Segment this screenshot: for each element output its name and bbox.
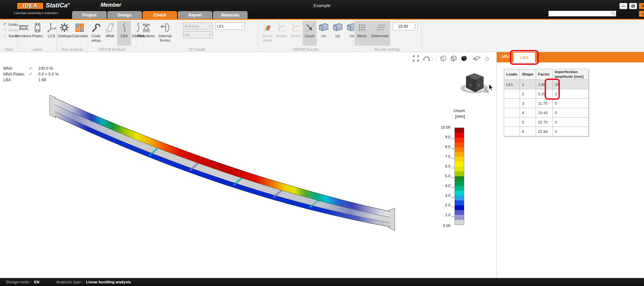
- model-viewport[interactable]: MNA ✔ 100.0 % MNA Plates ✔ 0.0 < 5.0 % L…: [0, 52, 497, 278]
- tab-project[interactable]: Project: [72, 11, 107, 19]
- search-icon: [611, 11, 616, 16]
- tab-design[interactable]: Design: [107, 11, 142, 19]
- panel-tab-mna[interactable]: MNA: [502, 54, 511, 59]
- search-box[interactable]: [548, 11, 616, 16]
- imperfection-cell[interactable]: 0: [552, 127, 588, 136]
- ribbon-group-run: Settings +−×÷ Calculate Run analysis: [57, 20, 88, 52]
- mesh-button[interactable]: Mesh: [355, 21, 369, 46]
- redo-button[interactable]: ↷Redo: [1, 27, 18, 33]
- legend-ticks: 10.00 0.00 9.08.07.06.05.04.03.02.01.0: [436, 128, 454, 225]
- table-row[interactable]: 311.700: [504, 99, 589, 108]
- idea-statica-window: IDEA StatiCa® Member Calculate yesterday…: [0, 0, 644, 286]
- col-loads: Loads: [504, 69, 520, 80]
- close-button[interactable]: ✕: [639, 3, 644, 9]
- minimize-icon: —: [622, 4, 625, 8]
- table-row[interactable]: 522.700: [504, 117, 589, 127]
- group-label-run: Run analysis: [57, 47, 88, 51]
- stress-button[interactable]: Stress: [274, 21, 288, 46]
- undo-icon: ↶: [3, 22, 7, 27]
- table-row[interactable]: 419.430: [504, 108, 589, 117]
- internal-forces-button[interactable]: Internal forces: [156, 21, 174, 46]
- uy-button[interactable]: Uy: [331, 21, 345, 46]
- group-label-cbfem-analysis: CBFEM Analysis: [88, 47, 136, 51]
- minimize-button[interactable]: —: [620, 3, 627, 9]
- legend-band: [455, 220, 464, 225]
- tab-materials[interactable]: Materials: [213, 11, 248, 19]
- lba-button[interactable]: LBA: [117, 21, 131, 46]
- deformed-scale-stepper[interactable]: 15.00 ▲▼: [393, 22, 418, 30]
- legend-min: 0.00: [443, 224, 450, 228]
- panel-tab-lba[interactable]: LBA: [514, 53, 535, 62]
- spin-up-icon[interactable]: ▲: [414, 23, 416, 26]
- legend-band: [455, 210, 464, 215]
- strain-button[interactable]: Strain: [288, 21, 303, 46]
- usum-button[interactable]: Usum: [303, 21, 317, 46]
- search-input[interactable]: [549, 12, 611, 16]
- table-row[interactable]: 622.940: [504, 127, 589, 136]
- strain-check-button[interactable]: Strain check: [260, 21, 274, 46]
- col-factor: Factor: [536, 69, 552, 80]
- code-setup-icon: [91, 21, 101, 34]
- imperfection-cell[interactable]: 0: [552, 117, 588, 127]
- info-button[interactable]: i: [639, 11, 644, 17]
- calculate-button[interactable]: +−×÷ Calculate: [72, 21, 88, 46]
- legend-tick: 8.0: [445, 145, 450, 149]
- legend-band: [455, 152, 464, 157]
- spin-down-icon[interactable]: ▼: [414, 27, 416, 29]
- brand-tagline: Calculate yesterday's estimates: [13, 11, 58, 15]
- ux-button[interactable]: Ux: [317, 21, 331, 46]
- group-label-results-settings: Results settings: [353, 47, 422, 51]
- info-icon: i: [642, 12, 643, 16]
- plates-button[interactable]: Plates: [31, 21, 45, 46]
- imperfection-cell[interactable]: 2: [552, 89, 588, 99]
- col-shape: Shape: [520, 69, 536, 80]
- mna-button[interactable]: MNA: [103, 21, 117, 46]
- legend-tick: 4.0: [445, 184, 450, 188]
- members-button[interactable]: Members: [16, 21, 31, 46]
- col-imperfection: Imperfection amplitude [mm]: [552, 69, 588, 80]
- deformed-button[interactable]: Deformed: [369, 21, 390, 46]
- imperfection-cell[interactable]: 0: [552, 99, 588, 108]
- settings-button[interactable]: Settings: [57, 21, 72, 46]
- tab-report[interactable]: Report: [178, 11, 212, 19]
- navigation-cube[interactable]: -y x: [461, 74, 489, 93]
- fem-model-3d-view[interactable]: -y x: [0, 52, 497, 278]
- my-dropdown[interactable]: My▼: [183, 31, 213, 38]
- results-panel-header: MNA LBA: [497, 52, 644, 62]
- internal-forces-icon: [160, 21, 170, 34]
- legend-band: [455, 162, 464, 166]
- table-row[interactable]: 25.252: [504, 89, 589, 99]
- legend-max: 10.00: [441, 125, 450, 129]
- maximize-button[interactable]: [629, 3, 637, 9]
- undo-button[interactable]: ↶Undo: [1, 21, 18, 27]
- statusbar: Design code : EN Analysis type : Linear …: [0, 278, 644, 286]
- legend-unit: [mm]: [436, 114, 466, 120]
- imperfection-cell[interactable]: 0: [552, 108, 588, 117]
- group-label-1d-results: 1D results: [136, 47, 258, 51]
- imperfection-cell[interactable]: 24: [552, 80, 588, 89]
- strain-icon: [291, 21, 300, 34]
- result-legend: Usum [mm] 10.00 0.00 9.08.07.06.05.04.03…: [436, 108, 466, 120]
- beam-deformed-mesh: [55, 98, 390, 227]
- ribbon-group-1d-results: Reactions Internal forces Extreme▼ My▼ L…: [136, 20, 258, 52]
- legend-band: [455, 142, 464, 147]
- reactions-button[interactable]: Reactions: [137, 21, 156, 46]
- settings-gear-icon: [59, 21, 70, 34]
- extreme-dropdown[interactable]: Extreme▼: [183, 22, 213, 30]
- load-case-dropdown[interactable]: LE1▼: [215, 22, 245, 30]
- titlebar: IDEA StatiCa® Member Calculate yesterday…: [0, 0, 644, 19]
- legend-tick: 9.0: [445, 135, 450, 139]
- mouse-cursor: [489, 84, 493, 91]
- legend-tick: 1.0: [445, 213, 450, 217]
- tab-check[interactable]: Check: [143, 11, 177, 19]
- strain-check-icon: [262, 21, 272, 34]
- legend-title: Usum: [436, 108, 466, 114]
- code-setup-button[interactable]: Code setup: [89, 21, 103, 46]
- design-code-value: EN: [34, 280, 39, 284]
- table-row[interactable]: LE111.6824: [504, 80, 589, 89]
- legend-tick: 3.0: [445, 193, 450, 197]
- uy-mesh-icon: [332, 21, 343, 34]
- legend-band: [455, 172, 464, 176]
- mesh-icon: [357, 21, 367, 34]
- ux-mesh-icon: [318, 21, 329, 34]
